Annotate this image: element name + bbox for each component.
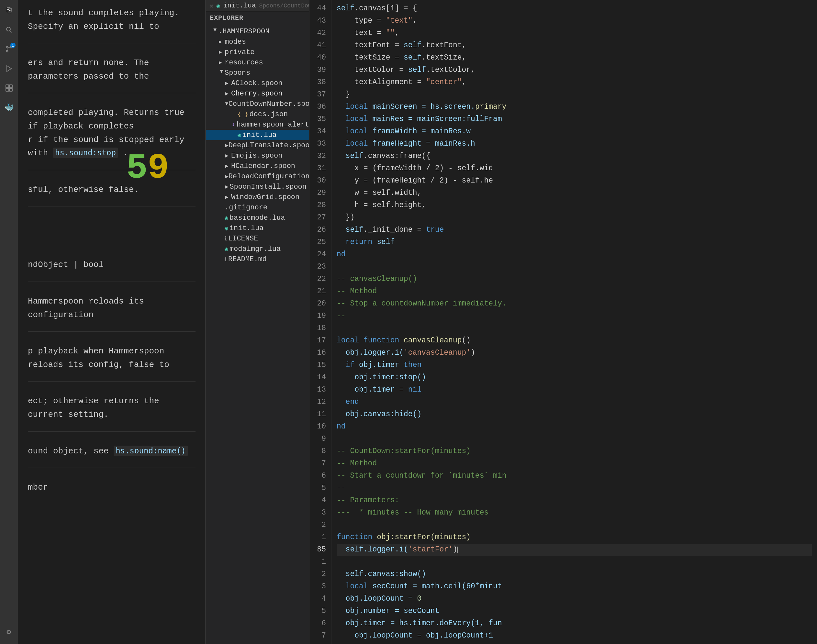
doc-section-5: ndObject | bool [28, 258, 195, 282]
line-num: 5 [311, 605, 329, 618]
svg-line-1 [10, 31, 12, 33]
svg-point-2 [6, 47, 8, 48]
code-line: -- Method [336, 285, 812, 298]
tree-file-license[interactable]: ℹ LICENSE [206, 233, 309, 244]
folder-name: SpoonInstall.spoon [229, 183, 307, 191]
code-line: -- Start a countdown for `minutes` min [336, 470, 812, 482]
code-line: local frameWidth = mainRes.w [336, 126, 812, 138]
line-num: 37 [311, 89, 329, 101]
folder-name: AClock.spoon [231, 79, 282, 87]
code-line: --- * minutes -- How many minutes [336, 507, 812, 519]
tree-file-modalmgr[interactable]: ◉ modalmgr.lua [206, 244, 309, 254]
tree-folder-reloadconfig[interactable]: ▶ ReloadConfiguration.spoon [206, 171, 309, 182]
tree-folder-hammerspoon[interactable]: ▶ .HAMMERSPOON [206, 26, 309, 37]
line-num: 23 [311, 261, 329, 273]
line-num: 4 [311, 593, 329, 605]
tree-file-init-lua-root[interactable]: ◉ init.lua [206, 223, 309, 233]
activity-bar: ⎘ 1 🐳 ⚙ [0, 0, 18, 644]
line-num: 41 [311, 40, 329, 52]
folder-arrow-icon: ▶ [224, 102, 230, 106]
tree-file-gitignore[interactable]: .gitignore [206, 202, 309, 213]
doc-section-8: ect; otherwise returns the current setti… [28, 394, 195, 431]
file-name: LICENSE [228, 235, 258, 243]
bottom-settings-icon[interactable]: ⚙ [2, 625, 16, 639]
tree-folder-spoons[interactable]: ▶ Spoons [206, 67, 309, 78]
code-line: type = "text", [336, 15, 812, 27]
code-line: return self [336, 236, 812, 248]
code-line: textColor = self.textColor, [336, 64, 812, 77]
line-num: 6 [311, 470, 329, 482]
line-num: 36 [311, 101, 329, 113]
tree-folder-private[interactable]: ▶ private [206, 47, 309, 57]
code-line: obj.logger.i('canvasCleanup') [336, 347, 812, 359]
line-num: 1 [311, 531, 329, 544]
doc-text-9: ound object, see hs.sound:name() [28, 445, 195, 458]
tree-folder-countdown[interactable]: ▶ CountDownNumber.spoon [206, 99, 309, 109]
folder-arrow-icon: ▶ [225, 184, 229, 190]
code-line [336, 322, 812, 334]
tree-folder-modes[interactable]: ▶ modes [206, 37, 309, 47]
code-line: obj.loopCount = 0 [336, 593, 812, 605]
line-num: 31 [311, 163, 329, 175]
tree-file-docs-json[interactable]: { } docs.json [206, 109, 309, 120]
tree-file-mp3[interactable]: ♪ hammerspoon_alert.mp3 [206, 120, 309, 130]
docker-icon[interactable]: 🐳 [2, 100, 16, 115]
line-num: 3 [311, 581, 329, 593]
doc-section-6: Hammerspoon reloads its configuration [28, 295, 195, 332]
code-line: local frameHeight = mainRes.h [336, 138, 812, 150]
code-line: obj.canvas:hide() [336, 408, 812, 421]
run-debug-icon[interactable] [2, 61, 16, 76]
line-num: 8 [311, 642, 329, 644]
line-num: 32 [311, 150, 329, 163]
tree-folder-emojis[interactable]: ▶ Emojis.spoon [206, 150, 309, 161]
folder-name: HCalendar.spoon [231, 162, 295, 170]
file-name: basicmode.lua [229, 214, 285, 222]
file-name: .gitignore [225, 204, 267, 212]
tree-folder-cherry[interactable]: ▶ Cherry.spoon [206, 88, 309, 99]
folder-name: Emojis.spoon [231, 152, 282, 160]
code-area[interactable]: self.canvas[1] = { type = "text", text =… [332, 0, 817, 644]
folder-name: resources [225, 58, 263, 67]
svg-rect-7 [9, 85, 12, 88]
folder-name: Spoons [225, 69, 250, 77]
tree-file-readme[interactable]: ℹ README.md [206, 254, 309, 264]
line-num: 33 [311, 138, 329, 150]
folder-arrow-icon: ▶ [225, 142, 229, 149]
line-num: 13 [311, 384, 329, 396]
search-icon[interactable] [2, 23, 16, 37]
code-line: obj.timer = hs.timer.doEvery(1, fun [336, 618, 812, 630]
line-num: 26 [311, 224, 329, 236]
tree-folder-windowgrid[interactable]: ▶ WindowGrid.spoon [206, 192, 309, 202]
line-num: 14 [311, 371, 329, 384]
tree-folder-hcalendar[interactable]: ▶ HCalendar.spoon [206, 161, 309, 171]
tab-close-icon[interactable]: ✕ [210, 2, 213, 9]
lua-file-icon: ◉ [225, 225, 228, 232]
doc-section-2: ers and return none. The parameters pass… [28, 56, 195, 93]
doc-text-5: ndObject | bool [28, 258, 195, 272]
code-line: obj.loopCount = obj.loopCount+1 [336, 630, 812, 642]
tree-folder-spooninstall[interactable]: ▶ SpoonInstall.spoon [206, 182, 309, 192]
extensions-icon[interactable] [2, 81, 16, 95]
files-icon[interactable]: ⎘ [2, 3, 16, 17]
json-icon: { } [238, 111, 248, 118]
line-num: 20 [311, 298, 329, 310]
code-line: local function canvasCleanup() [336, 334, 812, 347]
file-icon: ℹ [225, 235, 227, 242]
tree-folder-deepl[interactable]: ▶ DeepLTranslate.spoon [206, 140, 309, 150]
code-line: x = (frameWidth / 2) - self.wid [336, 163, 812, 175]
line-num: 28 [311, 199, 329, 212]
countdown-overlay: 5 9 [128, 149, 167, 188]
code-line [336, 519, 812, 531]
svg-point-4 [6, 51, 8, 52]
tab-filename: init.lua [223, 2, 256, 9]
tree-folder-resources[interactable]: ▶ resources [206, 57, 309, 67]
tree-folder-aclock[interactable]: ▶ AClock.spoon [206, 78, 309, 88]
open-tab-init-lua[interactable]: ✕ ◉ init.lua Spoons/CountDownNumber... [206, 0, 309, 12]
editor-content: 44 43 42 41 40 39 38 37 36 35 34 33 32 3… [309, 0, 817, 644]
code-line [336, 433, 812, 445]
folder-arrow-icon: ▶ [218, 70, 225, 76]
tree-file-init-lua-active[interactable]: ◉ init.lua [206, 130, 309, 140]
tree-file-basicmode[interactable]: ◉ basicmode.lua [206, 213, 309, 223]
source-control-icon[interactable]: 1 [2, 42, 16, 56]
lua-file-icon: ◉ [217, 2, 220, 9]
